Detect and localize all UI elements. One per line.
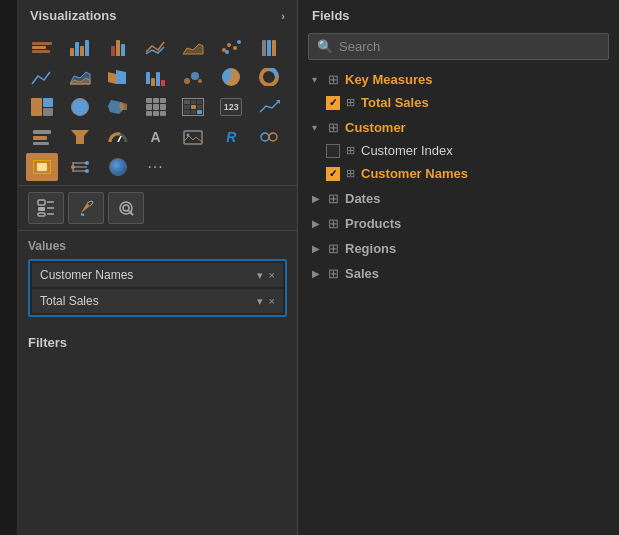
filters-label: Filters — [28, 335, 287, 350]
viz-format-btn[interactable] — [28, 192, 64, 224]
viz-icon-clustered-bar[interactable] — [64, 33, 96, 61]
field-checkbox-customer-index[interactable] — [326, 144, 340, 158]
group-header-sales[interactable]: ▶ ⊞ Sales — [298, 262, 619, 285]
svg-rect-18 — [33, 136, 47, 140]
viz-icon-image[interactable] — [177, 123, 209, 151]
viz-icon-table[interactable] — [140, 93, 172, 121]
value-close-customer-names[interactable]: × — [269, 269, 275, 281]
svg-point-10 — [184, 78, 190, 84]
values-section: Values Customer Names ▾ × Total Sales ▾ … — [18, 231, 297, 321]
value-item-customer-names[interactable]: Customer Names ▾ × — [32, 263, 283, 287]
value-item-total-sales[interactable]: Total Sales ▾ × — [32, 289, 283, 313]
viz-icon-badge[interactable] — [26, 153, 58, 181]
field-group-dates: ▶ ⊞ Dates — [298, 187, 619, 210]
viz-icon-line[interactable] — [140, 33, 172, 61]
value-close-total-sales[interactable]: × — [269, 295, 275, 307]
viz-paint-btn[interactable] — [68, 192, 104, 224]
viz-icon-line2[interactable] — [26, 63, 58, 91]
viz-icon-grid: 123 — [18, 29, 297, 185]
viz-icon-donut[interactable] — [253, 63, 285, 91]
group-name-customer: Customer — [345, 120, 605, 135]
viz-icon-ellipsis[interactable]: ··· — [140, 153, 172, 181]
field-checkbox-total-sales[interactable] — [326, 96, 340, 110]
viz-icon-kpi[interactable] — [253, 93, 285, 121]
field-type-customer-names: ⊞ — [346, 167, 355, 180]
field-group-customer: ▾ ⊞ Customer ⊞ Customer Index ⊞ Customer… — [298, 116, 619, 185]
group-chevron-key-measures: ▾ — [312, 74, 322, 85]
svg-point-5 — [225, 50, 229, 54]
viz-icon-decomp-tree[interactable] — [64, 153, 96, 181]
viz-icon-matrix[interactable] — [177, 93, 209, 121]
value-name-customer-names: Customer Names — [40, 268, 133, 282]
field-group-products: ▶ ⊞ Products — [298, 212, 619, 235]
viz-icon-scatter[interactable] — [215, 33, 247, 61]
field-item-total-sales[interactable]: ⊞ Total Sales — [298, 91, 619, 114]
viz-icon-funnel[interactable] — [64, 123, 96, 151]
svg-marker-0 — [183, 44, 203, 54]
group-icon-customer: ⊞ — [328, 120, 339, 135]
viz-icon-filled-map[interactable] — [102, 93, 134, 121]
group-header-key-measures[interactable]: ▾ ⊞ Key Measures — [298, 68, 619, 91]
field-checkbox-customer-names[interactable] — [326, 167, 340, 181]
value-actions-customer-names: ▾ × — [257, 269, 275, 282]
filters-section: Filters — [18, 325, 297, 354]
group-header-products[interactable]: ▶ ⊞ Products — [298, 212, 619, 235]
viz-icon-area2[interactable] — [64, 63, 96, 91]
viz-icon-100pct-bar[interactable] — [253, 33, 285, 61]
search-box[interactable]: 🔍 — [308, 33, 609, 60]
viz-icon-globe[interactable] — [102, 153, 134, 181]
viz-expand-icon[interactable]: › — [281, 10, 285, 22]
viz-icon-pie[interactable] — [215, 63, 247, 91]
viz-icon-slicer[interactable] — [26, 123, 58, 151]
viz-icon-ribbon[interactable] — [102, 63, 134, 91]
visualizations-panel: Visualizations › — [18, 0, 298, 535]
group-header-dates[interactable]: ▶ ⊞ Dates — [298, 187, 619, 210]
viz-icon-card[interactable]: 123 — [215, 93, 247, 121]
group-header-customer[interactable]: ▾ ⊞ Customer — [298, 116, 619, 139]
viz-icon-custom[interactable] — [253, 123, 285, 151]
viz-icon-power-automate[interactable]: R — [215, 123, 247, 151]
group-chevron-dates: ▶ — [312, 193, 322, 204]
group-chevron-sales: ▶ — [312, 268, 322, 279]
field-item-customer-names[interactable]: ⊞ Customer Names — [298, 162, 619, 185]
left-edge — [0, 0, 18, 535]
value-chevron-total-sales[interactable]: ▾ — [257, 295, 263, 308]
viz-icon-gauge[interactable] — [102, 123, 134, 151]
group-icon-products: ⊞ — [328, 216, 339, 231]
viz-icon-area[interactable] — [177, 33, 209, 61]
svg-rect-19 — [33, 142, 49, 145]
group-chevron-customer: ▾ — [312, 122, 322, 133]
svg-rect-17 — [33, 130, 51, 134]
viz-title: Visualizations — [30, 8, 116, 23]
svg-marker-20 — [71, 130, 89, 144]
viz-icon-waterfall[interactable] — [140, 63, 172, 91]
viz-icon-stacked-col[interactable] — [102, 33, 134, 61]
viz-analytics-btn[interactable] — [108, 192, 144, 224]
viz-toolbar — [18, 185, 297, 231]
group-header-regions[interactable]: ▶ ⊞ Regions — [298, 237, 619, 260]
viz-icon-treemap[interactable] — [26, 93, 58, 121]
values-box: Customer Names ▾ × Total Sales ▾ × — [28, 259, 287, 317]
svg-point-24 — [261, 133, 269, 141]
group-name-sales: Sales — [345, 266, 605, 281]
svg-point-2 — [227, 43, 231, 47]
value-chevron-customer-names[interactable]: ▾ — [257, 269, 263, 282]
field-item-customer-index[interactable]: ⊞ Customer Index — [298, 139, 619, 162]
viz-icon-text[interactable]: A — [140, 123, 172, 151]
field-type-total-sales: ⊞ — [346, 96, 355, 109]
svg-rect-35 — [38, 213, 45, 216]
group-name-dates: Dates — [345, 191, 605, 206]
field-type-customer-index: ⊞ — [346, 144, 355, 157]
field-group-regions: ▶ ⊞ Regions — [298, 237, 619, 260]
viz-icon-stacked-bar[interactable] — [26, 33, 58, 61]
svg-point-4 — [237, 40, 241, 44]
group-icon-sales: ⊞ — [328, 266, 339, 281]
search-input[interactable] — [339, 39, 600, 54]
group-name-key-measures: Key Measures — [345, 72, 605, 87]
svg-line-21 — [118, 136, 121, 142]
viz-icon-map[interactable] — [64, 93, 96, 121]
svg-point-28 — [71, 165, 75, 169]
field-label-customer-names: Customer Names — [361, 166, 468, 181]
viz-icon-scatter2[interactable] — [177, 63, 209, 91]
svg-point-3 — [233, 46, 237, 50]
